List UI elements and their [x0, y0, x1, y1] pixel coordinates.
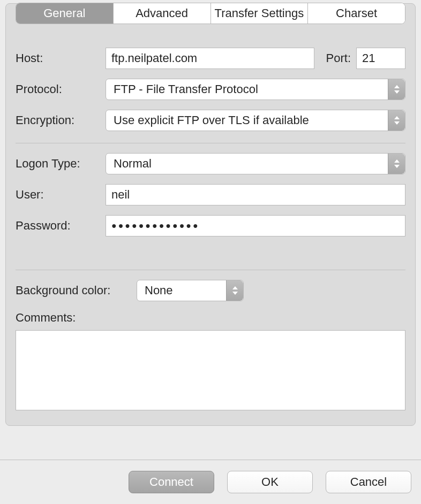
- protocol-label: Protocol:: [16, 82, 106, 96]
- protocol-select[interactable]: FTP - File Transfer Protocol: [106, 79, 405, 100]
- user-input[interactable]: [106, 184, 405, 205]
- host-label: Host:: [16, 51, 106, 65]
- encryption-select[interactable]: Use explicit FTP over TLS if available: [106, 110, 405, 131]
- site-manager-dialog: General Advanced Transfer Settings Chars…: [0, 0, 421, 504]
- logon-type-label: Logon Type:: [16, 157, 106, 171]
- updown-icon: [388, 110, 405, 131]
- port-input[interactable]: [356, 48, 405, 69]
- bg-color-select[interactable]: None: [137, 280, 244, 301]
- password-label: Password:: [16, 219, 106, 233]
- tab-advanced[interactable]: Advanced: [114, 3, 211, 24]
- tab-transfer-settings[interactable]: Transfer Settings: [211, 3, 309, 24]
- logon-type-value: Normal: [114, 157, 152, 171]
- ok-button[interactable]: OK: [227, 471, 313, 493]
- dialog-footer: Connect OK Cancel: [0, 460, 421, 504]
- divider: [16, 270, 405, 270]
- cancel-button[interactable]: Cancel: [326, 471, 411, 493]
- password-input[interactable]: ●●●●●●●●●●●●●: [106, 215, 405, 236]
- host-input[interactable]: [106, 48, 314, 69]
- updown-icon: [388, 79, 405, 100]
- tab-bar: General Advanced Transfer Settings Chars…: [16, 3, 405, 24]
- port-label: Port:: [326, 51, 351, 65]
- encryption-label: Encryption:: [16, 113, 106, 127]
- user-label: User:: [16, 188, 106, 202]
- divider: [16, 143, 405, 143]
- bg-color-value: None: [145, 284, 173, 297]
- logon-type-select[interactable]: Normal: [106, 153, 405, 174]
- comments-label: Comments:: [16, 311, 405, 325]
- password-mask: ●●●●●●●●●●●●●: [111, 221, 200, 231]
- comments-textarea[interactable]: [16, 330, 405, 410]
- protocol-value: FTP - File Transfer Protocol: [114, 82, 258, 96]
- tab-panel: General Advanced Transfer Settings Chars…: [5, 3, 416, 426]
- tab-general[interactable]: General: [16, 3, 114, 24]
- tab-charset[interactable]: Charset: [308, 3, 405, 24]
- connect-button[interactable]: Connect: [129, 471, 214, 493]
- updown-icon: [226, 280, 243, 301]
- bg-color-label: Background color:: [16, 284, 137, 297]
- encryption-value: Use explicit FTP over TLS if available: [114, 113, 309, 127]
- updown-icon: [388, 154, 405, 174]
